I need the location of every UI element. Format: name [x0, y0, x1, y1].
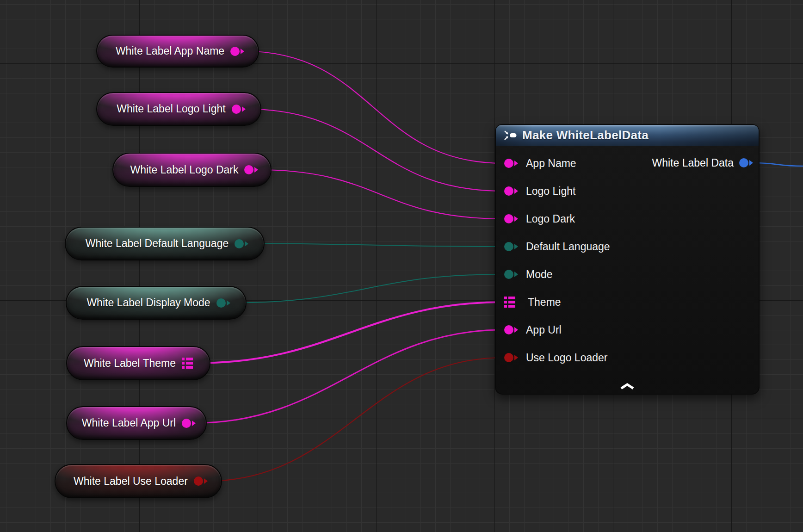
pin-in-default-language[interactable] [504, 242, 513, 251]
pin-in-use-logo-loader[interactable] [504, 353, 513, 362]
node-app-url[interactable]: White Label App Url [66, 406, 207, 440]
label-in-default-language: Default Language [526, 241, 610, 253]
input-row-in-theme: Theme [496, 288, 759, 316]
label-app-name: White Label App Name [116, 46, 224, 56]
wire-app-url-to-in-app-url[interactable] [195, 330, 503, 423]
wire-display-mode-to-in-mode[interactable] [229, 274, 503, 303]
label-in-mode: Mode [526, 268, 553, 281]
pin-app-url[interactable] [182, 419, 191, 428]
node-logo-dark[interactable]: White Label Logo Dark [112, 153, 272, 187]
blueprint-graph-canvas[interactable]: White Label App Name White Label Logo Li… [0, 0, 803, 532]
pin-theme[interactable] [182, 358, 193, 369]
node-use-loader[interactable]: White Label Use Loader [55, 464, 222, 498]
pin-app-name[interactable] [230, 47, 240, 56]
wire-logo-light-to-in-logo-light[interactable] [245, 109, 503, 192]
make-node-header[interactable]: Make WhiteLabelData [496, 125, 759, 146]
make-node-title: Make WhiteLabelData [522, 128, 649, 142]
pin-logo-light[interactable] [232, 105, 241, 114]
label-in-app-name: App Name [526, 157, 576, 170]
wire-use-loader-to-in-use-logo-loader[interactable] [207, 358, 503, 481]
pin-logo-dark[interactable] [244, 165, 253, 174]
pin-display-mode[interactable] [216, 298, 226, 308]
input-row-in-use-logo-loader: Use Logo Loader [496, 344, 759, 371]
pin-default-language[interactable] [235, 239, 244, 248]
pin-in-mode[interactable] [504, 270, 513, 279]
label-logo-dark: White Label Logo Dark [130, 165, 239, 175]
label-default-language: White Label Default Language [86, 238, 229, 249]
make-struct-icon [504, 130, 517, 140]
label-app-url: White Label App Url [82, 418, 176, 428]
pin-in-logo-light[interactable] [504, 186, 513, 196]
label-display-mode: White Label Display Mode [86, 297, 210, 308]
label-in-theme: Theme [528, 296, 561, 309]
collapse-node-chevron-button[interactable] [618, 382, 636, 391]
pin-white-label-data-output[interactable] [739, 158, 748, 167]
pin-in-logo-dark[interactable] [504, 214, 513, 223]
input-row-in-mode: Mode [496, 260, 759, 288]
input-row-in-logo-light: Logo Light [496, 177, 759, 205]
chevron-up-icon [619, 383, 636, 390]
pin-in-theme[interactable] [504, 297, 515, 308]
label-in-logo-light: Logo Light [526, 185, 575, 198]
node-logo-light[interactable]: White Label Logo Light [96, 92, 261, 126]
pin-use-loader[interactable] [194, 476, 203, 486]
label-in-app-url: App Url [526, 324, 562, 336]
output-pin-label: White Label Data [652, 157, 734, 169]
label-theme: White Label Theme [84, 358, 176, 369]
node-app-name[interactable]: White Label App Name [96, 35, 259, 68]
node-theme[interactable]: White Label Theme [66, 346, 210, 380]
input-row-in-default-language: Default Language [496, 233, 759, 260]
node-display-mode[interactable]: White Label Display Mode [66, 286, 247, 320]
label-logo-light: White Label Logo Light [117, 104, 225, 114]
wire-app-name-to-in-app-name[interactable] [243, 51, 503, 164]
label-use-loader: White Label Use Loader [74, 476, 188, 487]
node-default-language[interactable]: White Label Default Language [65, 227, 265, 260]
pin-in-app-name[interactable] [504, 159, 513, 168]
node-make-whitelabeldata[interactable]: Make WhiteLabelData App Name Logo Light … [495, 124, 760, 395]
wire-default-language-to-in-default-language[interactable] [247, 244, 503, 247]
wire-logo-dark-to-in-logo-dark[interactable] [257, 170, 503, 219]
label-in-logo-dark: Logo Dark [526, 213, 575, 225]
wire-out-white-label-data-to-canvas-right-edge[interactable] [752, 163, 803, 166]
input-row-in-logo-dark: Logo Dark [496, 205, 759, 233]
input-row-in-app-url: App Url [496, 316, 759, 344]
label-in-use-logo-loader: Use Logo Loader [526, 352, 607, 364]
pin-in-app-url[interactable] [504, 325, 513, 334]
